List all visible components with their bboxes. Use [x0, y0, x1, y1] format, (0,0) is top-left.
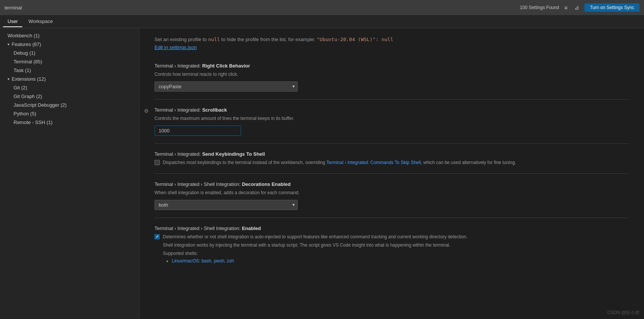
sidebar-item-terminal[interactable]: Terminal (85) — [0, 57, 139, 66]
shell-integration-desc3: Supported shells: — [163, 250, 467, 257]
sidebar-item-label: Debug (1) — [14, 50, 35, 56]
setting-select-wrap-decorations: both never gutter overviewRuler ▾ — [154, 200, 298, 210]
setting-block-shell-integration: Terminal › Integrated › Shell Integratio… — [154, 218, 629, 271]
watermark: CSDN @狂小虎 — [607, 310, 639, 316]
setting-desc-decorations: When shell integration is enabled, adds … — [154, 189, 629, 196]
settings-content: Set an existing profile to null to hide … — [139, 28, 644, 319]
chevron-down-icon: ▾ — [8, 42, 9, 46]
settings-inner: Set an existing profile to null to hide … — [139, 28, 644, 286]
shell-integration-checkbox-row: ✓ Determines whether or not shell integr… — [154, 233, 629, 264]
sidebar-item-git[interactable]: Git (2) — [0, 83, 139, 92]
sidebar-item-label: Extensions (12) — [12, 76, 46, 82]
shells-link[interactable]: Linux/macOS: bash, pwsh, zsh — [172, 258, 234, 264]
sidebar-item-label: Task (1) — [14, 67, 31, 73]
settings-found-text: 100 Settings Found — [520, 5, 559, 10]
checkmark-icon: ✓ — [156, 235, 159, 239]
sidebar-item-label: Git Graph (2) — [14, 94, 42, 99]
keybindings-checkbox-row: Dispatches most keybindings to the termi… — [154, 159, 629, 166]
sidebar-item-git-graph[interactable]: Git Graph (2) — [0, 92, 139, 101]
tab-user[interactable]: User — [3, 16, 22, 27]
tabs-left: User Workspace — [3, 16, 57, 27]
list-item: Linux/macOS: bash, pwsh, zsh — [172, 258, 467, 264]
keybindings-checkbox[interactable] — [154, 160, 160, 165]
search-right: 100 Settings Found ≡ ⊿ Turn on Settings … — [520, 3, 639, 12]
list-view-icon-btn[interactable]: ≡ — [563, 4, 569, 12]
setting-title-right-click: Terminal › Integrated: Right Click Behav… — [154, 63, 629, 69]
setting-title-scrollback: Terminal › Integrated: Scrollback — [154, 107, 629, 113]
shell-integration-bullets: Linux/macOS: bash, pwsh, zsh — [163, 258, 467, 264]
setting-desc-scrollback: Controls the maximum amount of lines the… — [154, 115, 629, 122]
top-desc-text1: Set an existing profile to — [154, 37, 207, 42]
sync-button[interactable]: Turn on Settings Sync — [584, 3, 639, 12]
top-desc-code2: "Ubuntu-20.04 (WSL)": null — [317, 37, 393, 42]
scrollback-input[interactable] — [154, 126, 241, 136]
tab-workspace[interactable]: Workspace — [24, 16, 57, 27]
sidebar-item-task[interactable]: Task (1) — [0, 66, 139, 75]
sidebar-item-label: Remote - SSH (1) — [14, 120, 52, 125]
shell-integration-checkbox[interactable]: ✓ — [154, 234, 160, 239]
sidebar-item-python[interactable]: Python (5) — [0, 109, 139, 118]
sidebar: Workbench (1) ▾ Features (87) Debug (1) … — [0, 28, 139, 319]
top-desc-text2: to hide the profile from the list, for e… — [221, 37, 315, 42]
sidebar-item-label: Workbench (1) — [8, 33, 40, 38]
shell-integration-desc1: Determines whether or not shell integrat… — [163, 233, 467, 240]
filter-icon-btn[interactable]: ⊿ — [573, 3, 581, 12]
top-description: Set an existing profile to null to hide … — [154, 28, 629, 55]
edit-settings-link[interactable]: Edit in settings.json — [154, 44, 197, 50]
sidebar-item-extensions[interactable]: ▾ Extensions (12) — [0, 75, 139, 83]
gear-icon-btn[interactable]: ⚙ — [144, 108, 149, 114]
sidebar-item-label: Python (5) — [14, 111, 36, 117]
sidebar-item-debug[interactable]: Debug (1) — [0, 49, 139, 57]
setting-title-decorations: Terminal › Integrated › Shell Integratio… — [154, 181, 629, 187]
sidebar-item-workbench[interactable]: Workbench (1) — [0, 31, 139, 40]
setting-desc-right-click: Controls how terminal reacts to right cl… — [154, 71, 629, 78]
sidebar-item-js-debugger[interactable]: JavaScript Debugger (2) — [0, 101, 139, 109]
sidebar-item-label: Terminal (85) — [14, 59, 42, 64]
main-content: Workbench (1) ▾ Features (87) Debug (1) … — [0, 28, 644, 319]
right-click-select[interactable]: copyPaste default selectWord paste — [154, 81, 298, 92]
sidebar-item-label: Features (87) — [12, 41, 41, 47]
tabs-bar: User Workspace — [0, 15, 644, 28]
setting-block-keybindings: Terminal › Integrated: Send Keybindings … — [154, 144, 629, 174]
sidebar-item-label: Git (2) — [14, 85, 27, 90]
setting-title-keybindings: Terminal › Integrated: Send Keybindings … — [154, 151, 629, 157]
sidebar-item-remote-ssh[interactable]: Remote - SSH (1) — [0, 118, 139, 127]
setting-desc-keybindings: Dispatches most keybindings to the termi… — [163, 159, 516, 166]
decorations-select[interactable]: both never gutter overviewRuler — [154, 200, 298, 210]
shell-integration-desc2: Shell integration works by injecting the… — [163, 242, 467, 248]
sidebar-item-features[interactable]: ▾ Features (87) — [0, 40, 139, 49]
chevron-down-icon: ▾ — [8, 77, 9, 81]
setting-select-wrap-right-click: copyPaste default selectWord paste ▾ — [154, 81, 298, 92]
search-bar: 100 Settings Found ≡ ⊿ Turn on Settings … — [0, 0, 644, 15]
shell-integration-desc: Determines whether or not shell integrat… — [163, 233, 467, 264]
setting-title-shell-integration: Terminal › Integrated › Shell Integratio… — [154, 225, 629, 231]
search-input[interactable] — [5, 5, 520, 11]
commands-skip-shell-link[interactable]: Terminal › Integrated: Commands To Skip … — [326, 160, 421, 165]
setting-block-right-click: Terminal › Integrated: Right Click Behav… — [154, 55, 629, 100]
top-desc-code1: null — [208, 37, 220, 42]
setting-block-decorations: Terminal › Integrated › Shell Integratio… — [154, 174, 629, 218]
setting-block-scrollback: ⚙ Terminal › Integrated: Scrollback Cont… — [154, 100, 629, 144]
sidebar-item-label: JavaScript Debugger (2) — [14, 102, 67, 108]
